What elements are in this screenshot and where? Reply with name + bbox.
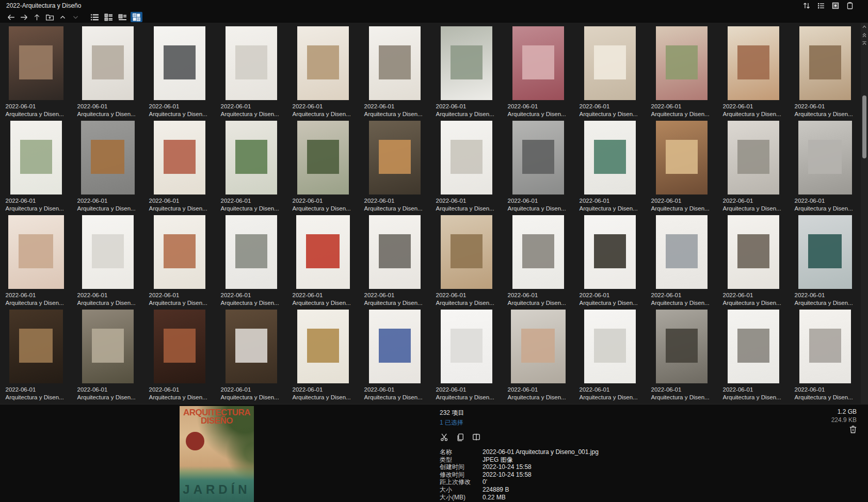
scroll-up-icon[interactable]	[861, 23, 868, 31]
thumbnail-image[interactable]	[728, 121, 779, 195]
thumbnail-image[interactable]	[226, 310, 277, 383]
thumbnail-image[interactable]	[154, 310, 205, 383]
thumbnail-image[interactable]	[10, 121, 62, 195]
thumbnail-image[interactable]	[226, 121, 277, 195]
thumbnail-image[interactable]	[226, 26, 277, 100]
thumbnail-image[interactable]	[584, 215, 636, 289]
thumbnail-image[interactable]	[584, 121, 636, 195]
grid-item[interactable]: 2022-06-01Arquitectura y Disen...	[287, 310, 359, 404]
grid-item[interactable]: 2022-06-01Arquitectura y Disen...	[143, 26, 215, 121]
grid-item[interactable]: 2022-06-01Arquitectura y Disen...	[646, 26, 717, 121]
scrollbar-thumb[interactable]	[862, 95, 866, 158]
grid-item[interactable]: 2022-06-01Arquitectura y Disen...	[502, 121, 574, 215]
thumbnail-image[interactable]	[9, 26, 63, 100]
grid-item[interactable]: 2022-06-01Arquitectura y Disen...	[72, 310, 143, 404]
thumbnail-image[interactable]	[297, 121, 349, 195]
thumbnail-image[interactable]	[82, 26, 134, 100]
thumbnail-image[interactable]	[728, 26, 779, 100]
thumbnail-image[interactable]	[512, 26, 564, 100]
list-view-button[interactable]	[89, 12, 101, 22]
grid-item[interactable]: 2022-06-01Arquitectura y Disen...	[143, 121, 215, 215]
thumbnail-image[interactable]	[656, 26, 708, 100]
grid-item[interactable]: 2022-06-01Arquitectura y Disen...	[0, 215, 72, 310]
grid-item[interactable]: 2022-06-01Arquitectura y Disen...	[215, 215, 287, 310]
thumbnail-image[interactable]	[798, 121, 852, 195]
cut-icon[interactable]	[440, 432, 449, 442]
vertical-scrollbar[interactable]	[861, 23, 868, 404]
thumbnail-image[interactable]	[369, 121, 421, 195]
parent-folder-button[interactable]	[45, 12, 54, 22]
content-view-button[interactable]	[117, 12, 128, 22]
view-list-icon[interactable]	[816, 1, 826, 10]
thumbnail-image[interactable]	[82, 310, 134, 383]
grid-item[interactable]: 2022-06-01Arquitectura y Disen...	[502, 26, 574, 121]
thumbnail-image[interactable]	[512, 215, 564, 289]
grid-item[interactable]: 2022-06-01Arquitectura y Disen...	[287, 121, 359, 215]
thumbnail-image[interactable]	[798, 215, 852, 289]
expand-down-button[interactable]	[71, 12, 80, 22]
grid-item[interactable]: 2022-06-01Arquitectura y Disen...	[789, 121, 861, 215]
thumbnail-image[interactable]	[728, 215, 779, 289]
thumbnail-image[interactable]	[441, 310, 492, 383]
grid-item[interactable]: 2022-06-01Arquitectura y Disen...	[430, 310, 502, 404]
thumbnail-image[interactable]	[584, 26, 636, 100]
thumbnail-image[interactable]	[81, 121, 135, 195]
book-icon[interactable]	[472, 432, 481, 442]
grid-item[interactable]: 2022-06-01Arquitectura y Disen...	[143, 215, 215, 310]
thumbnail-image[interactable]	[512, 121, 564, 195]
grid-item[interactable]: 2022-06-01Arquitectura y Disen...	[574, 310, 646, 404]
grid-item[interactable]: 2022-06-01Arquitectura y Disen...	[717, 121, 789, 215]
grid-item[interactable]: 2022-06-01Arquitectura y Disen...	[359, 310, 430, 404]
grid-item[interactable]: 2022-06-01Arquitectura y Disen...	[215, 26, 287, 121]
grid-item[interactable]: 2022-06-01Arquitectura y Disen...	[789, 26, 861, 121]
sort-icon[interactable]	[802, 1, 811, 10]
thumbnail-image[interactable]	[154, 215, 205, 289]
grid-item[interactable]: 2022-06-01Arquitectura y Disen...	[287, 26, 359, 121]
thumbnail-image[interactable]	[297, 310, 349, 383]
grid-item[interactable]: 2022-06-01Arquitectura y Disen...	[717, 310, 789, 404]
thumbnail-image[interactable]	[297, 26, 349, 100]
thumbnail-image[interactable]	[656, 310, 708, 383]
grid-item[interactable]: 2022-06-01Arquitectura y Disen...	[430, 26, 502, 121]
grid-item[interactable]: 2022-06-01Arquitectura y Disen...	[646, 215, 717, 310]
grid-item[interactable]: 2022-06-01Arquitectura y Disen...	[215, 121, 287, 215]
grid-item[interactable]: 2022-06-01Arquitectura y Disen...	[502, 215, 574, 310]
grid-item[interactable]: 2022-06-01Arquitectura y Disen...	[0, 26, 72, 121]
scroll-top-icon[interactable]	[861, 39, 868, 47]
thumbnail-image[interactable]	[799, 26, 851, 100]
scroll-page-up-icon[interactable]	[861, 31, 868, 39]
grid-item[interactable]: 2022-06-01Arquitectura y Disen...	[215, 310, 287, 404]
thumbnail-image[interactable]	[584, 310, 636, 383]
thumbnail-image[interactable]	[511, 310, 566, 383]
grid-item[interactable]: 2022-06-01Arquitectura y Disen...	[359, 215, 430, 310]
paste-icon[interactable]	[845, 1, 855, 10]
thumbnail-image[interactable]	[82, 215, 134, 289]
thumbnail-image[interactable]	[441, 121, 492, 195]
thumbnail-image[interactable]	[154, 26, 205, 100]
grid-item[interactable]: 2022-06-01Arquitectura y Disen...	[646, 310, 717, 404]
thumbnail-image[interactable]	[369, 26, 421, 100]
grid-item[interactable]: 2022-06-01Arquitectura y Disen...	[430, 121, 502, 215]
thumbnail-image[interactable]	[9, 310, 63, 383]
grid-item[interactable]: 2022-06-01Arquitectura y Disen...	[717, 215, 789, 310]
back-button[interactable]	[6, 12, 15, 22]
grid-item[interactable]: 2022-06-01Arquitectura y Disen...	[502, 310, 574, 404]
add-icon[interactable]	[831, 1, 840, 10]
grid-item[interactable]: 2022-06-01Arquitectura y Disen...	[574, 26, 646, 121]
grid-item[interactable]: 2022-06-01Arquitectura y Disen...	[0, 310, 72, 404]
thumbnail-image[interactable]	[441, 26, 492, 100]
grid-item[interactable]: 2022-06-01Arquitectura y Disen...	[72, 121, 143, 215]
thumbnail-image[interactable]	[441, 215, 492, 289]
thumbnail-image[interactable]	[154, 121, 205, 195]
collapse-up-button[interactable]	[58, 12, 67, 22]
trash-icon[interactable]	[848, 425, 858, 434]
grid-item[interactable]: 2022-06-01Arquitectura y Disen...	[717, 26, 789, 121]
selected-file-preview[interactable]: ARQUITECTURA DISEÑO JARDÍN	[180, 406, 254, 502]
grid-item[interactable]: 2022-06-01Arquitectura y Disen...	[0, 121, 72, 215]
grid-item[interactable]: 2022-06-01Arquitectura y Disen...	[143, 310, 215, 404]
thumbnail-image[interactable]	[656, 215, 708, 289]
thumbnail-image[interactable]	[296, 215, 350, 289]
copy-icon[interactable]	[456, 432, 465, 442]
thumbnail-image[interactable]	[728, 310, 779, 383]
grid-item[interactable]: 2022-06-01Arquitectura y Disen...	[359, 121, 430, 215]
